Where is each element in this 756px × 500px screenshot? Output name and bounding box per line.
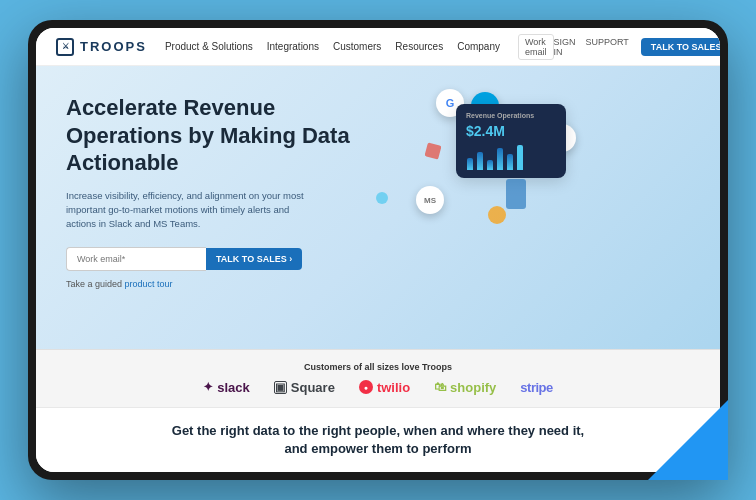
deco-square — [424, 142, 441, 159]
shopify-label: shopify — [450, 380, 496, 395]
card-value: $2.4M — [466, 123, 556, 139]
nav-item-integrations[interactable]: Integrations — [267, 41, 319, 52]
deco-circle-1 — [488, 206, 506, 224]
nav-item-products[interactable]: Product & Solutions — [165, 41, 253, 52]
customers-title: Customers of all sizes love Troops — [66, 362, 690, 372]
square-logo: ▣ Square — [274, 380, 335, 395]
twilio-label: twilio — [377, 380, 410, 395]
screen: ⚔ TROOPS Product & Solutions Integration… — [36, 28, 720, 472]
card-title: Revenue Operations — [466, 112, 556, 119]
bottom-headline: Get the right data to the right people, … — [168, 422, 588, 458]
navbar-left: ⚔ TROOPS Product & Solutions Integration… — [56, 34, 554, 60]
shopify-icon: 🛍 — [434, 380, 446, 394]
nav-item-resources[interactable]: Resources — [395, 41, 443, 52]
nav-item-company[interactable]: Company — [457, 41, 500, 52]
stripe-label: stripe — [520, 380, 552, 395]
sign-in-link[interactable]: SIGN IN — [554, 37, 576, 57]
customers-section: Customers of all sizes love Troops ✦ sla… — [36, 349, 720, 407]
person-icon — [506, 179, 526, 209]
top-links: SIGN IN SUPPORT — [554, 37, 629, 57]
hero-main: Accelerate Revenue Operations by Making … — [36, 66, 720, 349]
hero-form: TALK TO SALES › — [66, 247, 366, 271]
navbar-right: SIGN IN SUPPORT TALK TO SALES › — [554, 37, 721, 57]
twilio-icon: ● — [359, 380, 373, 394]
stats-card: Revenue Operations $2.4M — [456, 104, 566, 178]
navbar-cta-button[interactable]: TALK TO SALES › — [641, 38, 720, 56]
logos-row: ✦ slack ▣ Square ● twilio 🛍 shopify — [66, 380, 690, 395]
nav-item-customers[interactable]: Customers — [333, 41, 381, 52]
slack-label: slack — [217, 380, 250, 395]
square-label: Square — [291, 380, 335, 395]
bottom-section: Get the right data to the right people, … — [36, 407, 720, 472]
logo-text: TROOPS — [80, 39, 147, 54]
shopify-logo: 🛍 shopify — [434, 380, 496, 395]
work-email-nav[interactable]: Work email — [518, 34, 554, 60]
twilio-logo: ● twilio — [359, 380, 410, 395]
hero-cta-button[interactable]: TALK TO SALES › — [206, 248, 302, 270]
deco-circle-2 — [376, 192, 388, 204]
hero-subtext: Increase visibility, efficiency, and ali… — [66, 189, 306, 232]
navbar: ⚔ TROOPS Product & Solutions Integration… — [36, 28, 720, 66]
slack-logo: ✦ slack — [203, 380, 250, 395]
support-link[interactable]: SUPPORT — [586, 37, 629, 57]
slack-icon: ✦ — [203, 380, 213, 394]
device-frame: ⚔ TROOPS Product & Solutions Integration… — [28, 20, 728, 480]
stripe-logo: stripe — [520, 380, 552, 395]
hero-email-input[interactable] — [66, 247, 206, 271]
ms-logo: MS — [416, 186, 444, 214]
hero-illustration: G SF Z MS Revenue Operations $2.4M — [366, 84, 586, 244]
product-tour-anchor[interactable]: product tour — [125, 279, 173, 289]
square-icon: ▣ — [274, 381, 287, 394]
hero-content: Accelerate Revenue Operations by Making … — [66, 94, 366, 289]
nav-links: Product & Solutions Integrations Custome… — [165, 41, 500, 52]
logo[interactable]: ⚔ TROOPS — [56, 38, 147, 56]
product-tour-link: Take a guided product tour — [66, 279, 366, 289]
blue-triangle-decoration — [648, 400, 728, 480]
hero-headline: Accelerate Revenue Operations by Making … — [66, 94, 366, 177]
hero-section: Accelerate Revenue Operations by Making … — [36, 66, 720, 407]
logo-icon: ⚔ — [56, 38, 74, 56]
